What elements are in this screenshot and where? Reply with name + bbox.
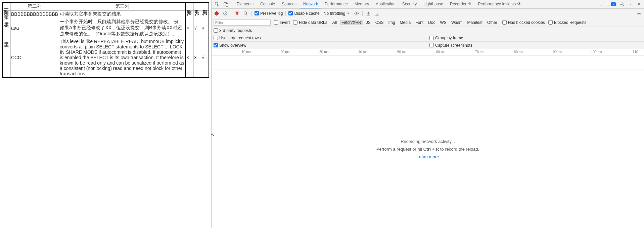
invert-checkbox[interactable]: Invert [274, 20, 290, 25]
device-toolbar-icon[interactable] [222, 0, 230, 8]
cell: × [186, 38, 193, 78]
pill-fetch-xhr[interactable]: Fetch/XHR [340, 20, 363, 25]
pill-wasm[interactable]: Wasm [450, 20, 464, 25]
tick: 60 ms [436, 50, 445, 54]
tab-elements[interactable]: Elements [233, 0, 257, 8]
cell: √ [193, 18, 201, 38]
third-party-label: 3rd-party requests [219, 28, 252, 33]
invert-label: Invert [280, 20, 290, 25]
col-header-3: 第三列 [59, 2, 186, 10]
pill-doc[interactable]: Doc [426, 20, 437, 25]
tick: 90 ms [553, 50, 562, 54]
tick: 50 ms [397, 50, 406, 54]
preserve-log-label: Preserve log [260, 11, 283, 16]
empty-text: Perform a request or hit [376, 147, 423, 152]
pill-media[interactable]: Media [398, 20, 412, 25]
pill-all[interactable]: All [331, 20, 338, 25]
tab-security[interactable]: Security [399, 0, 420, 8]
col-header-6: 第六列 [201, 2, 209, 10]
issues-icon[interactable]: ▭2 [604, 0, 618, 8]
show-overview-label: Show overview [219, 43, 246, 48]
network-empty-state: Recording network activity... Perform a … [212, 70, 644, 228]
table-row: 第一项 BBBBBBBBBBBBBBB 可读取其它事务未提交的结果 √ √ √ [2, 10, 209, 18]
cell: 第一项 [2, 10, 10, 18]
col-header-4: 第四列 [186, 2, 193, 10]
close-devtools-icon[interactable]: ✕ [635, 0, 643, 8]
devtools-panel: Elements Console Sources Network Perform… [211, 0, 644, 228]
preserve-log-checkbox[interactable]: Preserve log [255, 11, 283, 16]
blocked-requests-label: Blocked Requests [554, 20, 587, 25]
shortcut-text: Ctrl + R [423, 147, 439, 152]
type-filter-pills: All Fetch/XHR JS CSS Img Media Font Doc … [331, 20, 499, 25]
third-party-checkbox[interactable]: 3rd-party requests [214, 28, 252, 33]
table-header-row: 第一列 第二列 第三列 第四列 第五列 第六列 [2, 2, 209, 10]
svg-line-7 [246, 14, 248, 15]
learn-more-link[interactable]: Learn more [417, 154, 439, 159]
large-rows-checkbox[interactable]: Use large request rows [214, 36, 261, 40]
tab-recorder[interactable]: Recorder ⚗ [447, 0, 475, 8]
blocked-requests-checkbox[interactable]: Blocked Requests [548, 20, 587, 25]
filter-bar-secondary: 3rd-party requests [212, 27, 644, 34]
cell: × [186, 18, 193, 38]
search-icon[interactable] [243, 10, 249, 16]
cell: 第二项 [2, 18, 10, 38]
clear-button[interactable] [222, 10, 228, 16]
pill-img[interactable]: Img [386, 20, 397, 25]
tab-memory[interactable]: Memory [351, 0, 372, 8]
empty-line1: Recording network activity... [401, 139, 455, 144]
tab-sources[interactable]: Sources [278, 0, 300, 8]
show-overview-checkbox[interactable]: Show overview [214, 43, 246, 48]
cell: This level is like REPEATABLE READ, but … [59, 38, 186, 78]
overview-timeline[interactable]: 10 ms 20 ms 30 ms 40 ms 50 ms 60 ms 70 m… [212, 49, 644, 70]
import-har-icon[interactable] [365, 10, 371, 16]
options-row-2: Show overview Capture screenshots [212, 42, 644, 49]
cell: √ [201, 18, 209, 38]
capture-screenshots-label: Capture screenshots [435, 43, 472, 48]
cell: 可读取其它事务未提交的结果 [59, 10, 186, 18]
cell: aaa [10, 18, 59, 38]
issues-badge: 2 [611, 2, 616, 6]
table-row: 第三项 CCC This level is like REPEATABLE RE… [2, 38, 209, 78]
pill-other[interactable]: Other [486, 20, 499, 25]
separator [285, 11, 286, 16]
svg-point-3 [622, 4, 623, 5]
hide-data-urls-checkbox[interactable]: Hide data URLs [293, 20, 327, 25]
pill-js[interactable]: JS [364, 20, 372, 25]
filter-toggle-icon[interactable] [234, 10, 240, 16]
pill-manifest[interactable]: Manifest [465, 20, 484, 25]
disable-cache-checkbox[interactable]: Disable cache [288, 11, 319, 16]
table-row: 第二项 aaa 一个事务开始时，只能读到其他事务已经提交的修改。 例：如果A事务… [2, 18, 209, 38]
pill-css[interactable]: CSS [374, 20, 385, 25]
col-header-2: 第二列 [10, 2, 59, 10]
tab-network[interactable]: Network [300, 0, 321, 8]
record-button[interactable] [214, 10, 220, 16]
blocked-cookies-checkbox[interactable]: Has blocked cookies [502, 20, 545, 25]
settings-gear-icon[interactable] [618, 0, 627, 8]
inspect-element-icon[interactable] [213, 0, 222, 8]
cell: × [193, 38, 201, 78]
tab-lighthouse[interactable]: Lighthouse [420, 0, 447, 8]
separator [251, 11, 252, 16]
capture-screenshots-checkbox[interactable]: Capture screenshots [429, 43, 472, 48]
more-tabs-icon[interactable]: » [598, 0, 604, 8]
filter-input[interactable] [214, 20, 271, 26]
cell: 第三项 [2, 38, 10, 78]
network-conditions-icon[interactable] [354, 10, 360, 16]
kebab-menu-icon[interactable]: ⋮ [627, 0, 635, 8]
throttling-label: No throttling [324, 11, 346, 16]
export-har-icon[interactable] [374, 10, 380, 16]
throttling-select[interactable]: No throttling▼ [322, 11, 351, 16]
network-settings-gear-icon[interactable] [636, 10, 642, 16]
disable-cache-label: Disable cache [294, 11, 319, 16]
pill-ws[interactable]: WS [439, 20, 448, 25]
tab-performance[interactable]: Performance [321, 0, 351, 8]
svg-point-8 [356, 14, 357, 15]
options-row-1: Use large request rows Group by frame [212, 34, 644, 42]
cell: BBBBBBBBBBBBBBB [10, 10, 59, 18]
tab-perf-insights[interactable]: Performance insights ⚗ [475, 0, 524, 8]
empty-line2: Perform a request or hit Ctrl + R to rec… [376, 147, 479, 152]
pill-font[interactable]: Font [414, 20, 425, 25]
tab-application[interactable]: Application [372, 0, 399, 8]
tab-console[interactable]: Console [257, 0, 278, 8]
group-by-frame-checkbox[interactable]: Group by frame [429, 36, 463, 40]
